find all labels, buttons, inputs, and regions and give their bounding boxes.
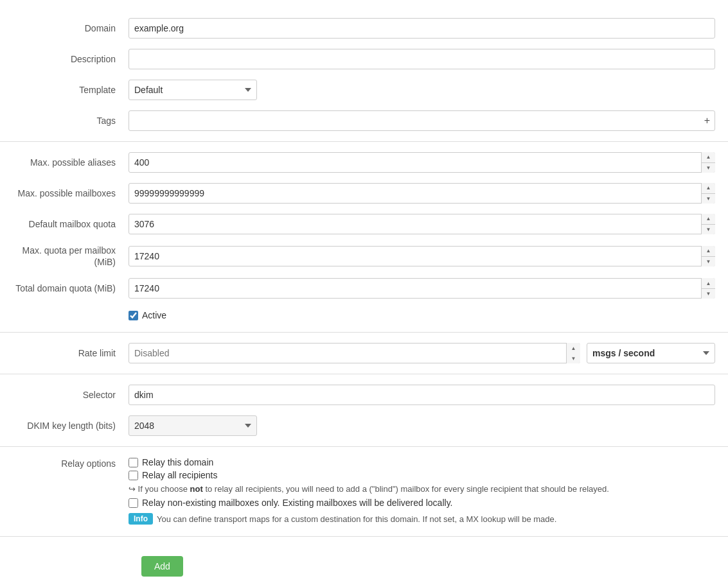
default-quota-label: Default mailbox quota	[13, 219, 129, 229]
rate-limit-row: Rate limit ▲ ▼ msgs / second msgs / minu…	[0, 338, 728, 369]
rate-limit-input-wrap: ▲ ▼	[129, 343, 580, 363]
max-mailboxes-wrapper: ▲ ▼	[129, 183, 715, 204]
total-quota-spinner: ▲ ▼	[701, 278, 715, 299]
tags-row: Tags +	[0, 105, 728, 136]
selector-label: Selector	[13, 390, 129, 400]
tags-input[interactable]	[129, 110, 715, 131]
relay-options-row: Relay options Relay this domain Relay al…	[0, 452, 728, 530]
divider-4	[0, 446, 728, 447]
tags-wrapper: +	[129, 110, 715, 131]
default-quota-input[interactable]	[129, 214, 715, 234]
total-quota-down[interactable]: ▼	[702, 289, 715, 299]
relay-options-label: Relay options	[13, 457, 129, 469]
info-badge: Info	[129, 513, 153, 525]
active-label[interactable]: Active	[129, 310, 715, 320]
max-aliases-label: Max. possible aliases	[13, 157, 129, 168]
dkim-key-label: DKIM key length (bits)	[13, 421, 129, 431]
total-quota-label: Total domain quota (MiB)	[13, 283, 129, 293]
max-mailboxes-up[interactable]: ▲	[702, 183, 715, 194]
max-quota-down[interactable]: ▼	[702, 257, 715, 267]
default-quota-up[interactable]: ▲	[702, 214, 715, 225]
rate-limit-spinner: ▲ ▼	[566, 343, 580, 363]
bottom-divider	[0, 536, 728, 537]
total-quota-row: Total domain quota (MiB) ▲ ▼	[0, 273, 728, 304]
max-aliases-up[interactable]: ▲	[702, 152, 715, 163]
info-row: Info You can define transport maps for a…	[129, 513, 715, 525]
dkim-key-row: DKIM key length (bits) 2048 1024 4096	[0, 410, 728, 441]
max-quota-wrapper: ▲ ▼	[129, 246, 715, 266]
max-aliases-row: Max. possible aliases ▲ ▼	[0, 147, 728, 178]
relay-this-domain-checkbox[interactable]	[129, 458, 138, 467]
relay-all-recipients-row: Relay all recipients	[129, 470, 715, 480]
relay-non-existing-checkbox[interactable]	[129, 498, 138, 508]
max-mailboxes-row: Max. possible mailboxes ▲ ▼	[0, 178, 728, 209]
domain-row: Domain	[0, 13, 728, 44]
divider-1	[0, 141, 728, 142]
rate-limit-label: Rate limit	[13, 348, 129, 358]
tags-label: Tags	[13, 116, 129, 126]
description-row: Description	[0, 44, 728, 74]
selector-row: Selector	[0, 379, 728, 410]
domain-input[interactable]	[129, 18, 715, 39]
max-mailboxes-label: Max. possible mailboxes	[13, 188, 129, 198]
info-text: You can define transport maps for a cust…	[157, 514, 556, 524]
relay-all-recipients-checkbox[interactable]	[129, 471, 138, 480]
selector-input[interactable]	[129, 385, 715, 405]
rate-limit-input[interactable]	[129, 343, 580, 363]
template-label: Template	[13, 85, 129, 95]
relay-this-domain-row: Relay this domain	[129, 457, 715, 467]
max-quota-row: Max. quota per mailbox (MiB) ▲ ▼	[0, 239, 728, 273]
total-quota-wrapper: ▲ ▼	[129, 278, 715, 299]
default-quota-wrapper: ▲ ▼	[129, 214, 715, 234]
max-quota-up[interactable]: ▲	[702, 246, 715, 257]
active-row: Active	[0, 304, 728, 327]
description-input[interactable]	[129, 49, 715, 69]
template-select[interactable]: Default	[129, 80, 257, 100]
dkim-key-select[interactable]: 2048 1024 4096	[129, 415, 257, 436]
max-aliases-input[interactable]	[129, 152, 715, 173]
max-quota-label: Max. quota per mailbox (MiB)	[13, 245, 129, 268]
default-quota-spinner: ▲ ▼	[701, 214, 715, 234]
total-quota-input[interactable]	[129, 278, 715, 299]
template-row: Template Default	[0, 74, 728, 105]
description-label: Description	[13, 54, 129, 64]
total-quota-up[interactable]: ▲	[702, 278, 715, 289]
max-mailboxes-spinner: ▲ ▼	[701, 183, 715, 204]
divider-3	[0, 374, 728, 374]
rate-unit-select[interactable]: msgs / second msgs / minute msgs / hour	[587, 343, 715, 363]
relay-non-existing-label: Relay non-existing mailboxes only. Exist…	[142, 498, 452, 508]
domain-label: Domain	[13, 23, 129, 33]
max-aliases-down[interactable]: ▼	[702, 163, 715, 173]
active-checkbox[interactable]	[129, 311, 138, 320]
relay-this-domain-label: Relay this domain	[142, 457, 213, 467]
divider-2	[0, 332, 728, 333]
relay-all-recipients-label: Relay all recipients	[142, 470, 218, 480]
max-mailboxes-down[interactable]: ▼	[702, 194, 715, 204]
max-quota-input[interactable]	[129, 246, 715, 266]
tags-plus-icon[interactable]: +	[704, 115, 710, 126]
add-button-row: Add	[0, 543, 728, 583]
relay-note: ↪ If you choose not to relay all recipie…	[129, 484, 715, 494]
max-aliases-wrapper: ▲ ▼	[129, 152, 715, 173]
max-quota-spinner: ▲ ▼	[701, 246, 715, 266]
default-quota-down[interactable]: ▼	[702, 225, 715, 235]
relay-non-existing-row: Relay non-existing mailboxes only. Exist…	[129, 498, 715, 508]
default-quota-row: Default mailbox quota ▲ ▼	[0, 209, 728, 239]
rate-limit-down[interactable]: ▼	[567, 353, 580, 363]
add-button[interactable]: Add	[141, 556, 183, 577]
rate-limit-up[interactable]: ▲	[567, 343, 580, 353]
relay-options-content: Relay this domain Relay all recipients ↪…	[129, 457, 715, 525]
max-mailboxes-input[interactable]	[129, 183, 715, 204]
max-aliases-spinner: ▲ ▼	[701, 152, 715, 173]
form-container: Domain Description Template Default Tags…	[0, 13, 728, 583]
